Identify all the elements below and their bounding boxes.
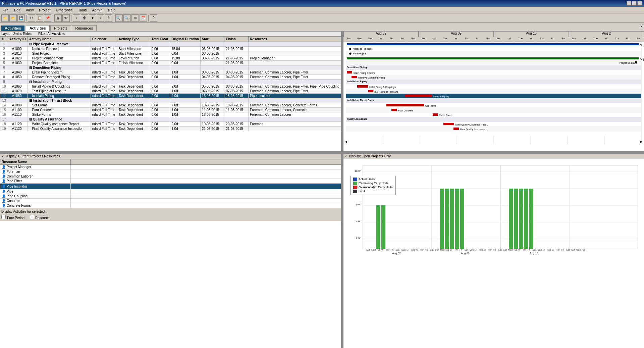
toolbar-filter[interactable]: ▼ <box>89 14 96 22</box>
toolbar-zoom-in[interactable]: 🔍+ <box>115 14 123 22</box>
tab-resources[interactable]: Resources <box>72 25 97 31</box>
toolbar-preview[interactable]: 👁 <box>62 14 70 22</box>
table-row[interactable]: 1 ⊟ Pipe Repair & Improve <box>0 42 341 47</box>
cell-cal <box>91 80 117 84</box>
col-header-float[interactable]: Total Float <box>150 37 170 42</box>
resource-checkbox[interactable] <box>30 215 34 219</box>
table-row[interactable]: 6 ⊟ Demolition Piping <box>0 65 341 70</box>
resource-list-item[interactable]: 👤 Project Manager <box>0 165 341 169</box>
resource-list-item[interactable]: 👤 Pipe <box>0 189 341 194</box>
cell-float <box>150 117 170 122</box>
cell-name: Set Forms <box>28 103 91 108</box>
svg-text:Insulate Piping: Insulate Piping <box>433 95 449 98</box>
cell-float: 0.0d <box>150 61 170 65</box>
toolbar-add[interactable]: + <box>73 14 80 22</box>
table-row[interactable]: 9 ⊟ Installation Piping <box>0 80 341 84</box>
col-header-cal[interactable]: Calendar <box>91 37 117 42</box>
cell-res <box>249 98 341 103</box>
resource-list-item[interactable]: 👤 Common Laborer <box>0 174 341 179</box>
menu-file[interactable]: File <box>1 8 10 12</box>
cell-id: A1040 <box>8 70 28 75</box>
close-btn[interactable]: × <box>637 1 642 6</box>
maximize-btn[interactable]: □ <box>632 1 637 6</box>
cell-num: 18 <box>0 122 8 127</box>
col-header-start[interactable]: Start <box>200 37 224 42</box>
col-header-type[interactable]: Activity Type <box>117 37 150 42</box>
menu-project[interactable]: Project <box>38 8 52 12</box>
col-header-id[interactable]: Activity ID <box>8 37 28 42</box>
table-row[interactable]: 17 ⊟ Quality Assurance <box>0 117 341 122</box>
table-row[interactable]: 5 A1030 Project Complete ndard Full Time… <box>0 61 341 65</box>
toolbar-new[interactable]: 📁 <box>1 14 9 22</box>
gantt-day-cell: Tue <box>590 37 601 42</box>
resource-list-item[interactable]: 👤 Concrete <box>0 199 341 203</box>
table-row[interactable]: 13 ⊟ Installation Thrust Block <box>0 98 341 103</box>
menu-enterprise[interactable]: Enterprise <box>55 8 74 12</box>
toolbar-copy[interactable]: 📋 <box>36 14 43 22</box>
toolbar-open[interactable]: 📂 <box>9 14 17 22</box>
table-row[interactable]: 14 A1090 Set Forms ndard Full Time Task … <box>0 103 341 108</box>
toolbar-help[interactable]: ? <box>150 14 157 22</box>
resource-list-item[interactable]: 👤 Pipe Insulator <box>0 184 341 189</box>
table-row[interactable]: 3 A1010 Start Project ndard Full Time St… <box>0 51 341 56</box>
cell-res <box>249 51 341 56</box>
toolbar-paste[interactable]: 📌 <box>44 14 51 22</box>
col-header-name[interactable]: Activity Name <box>28 37 91 42</box>
toolbar-hash[interactable]: # <box>105 14 112 22</box>
table-row[interactable]: 4 A1020 Project Management ndard Full Ti… <box>0 56 341 61</box>
table-row[interactable]: 8 A1050 Remove Damaged Piping ndard Full… <box>0 75 341 80</box>
toolbar-delete[interactable]: 🗑 <box>81 14 88 22</box>
resource-list-item[interactable]: 👤 Concrete Forms <box>0 203 341 208</box>
table-row[interactable]: 10 A1060 Install Piping & Couplings ndar… <box>0 84 341 89</box>
table-row[interactable]: 19 A1130 Final Quality Assurance Inspect… <box>0 127 341 131</box>
col-header-finish[interactable]: Finish <box>224 37 249 42</box>
table-row[interactable]: 2 A1000 Notice to Proceed ndard Full Tim… <box>0 47 341 51</box>
resource-list-item[interactable]: 👤 Pipe Coupling <box>0 194 341 199</box>
tab-projects[interactable]: Projects <box>50 25 71 31</box>
table-row[interactable]: 11 A1070 Test Piping at Pressure ndard F… <box>0 89 341 94</box>
col-header-dur[interactable]: Original Duration <box>170 37 201 42</box>
menu-edit[interactable]: Edit <box>13 8 22 12</box>
toolbar-cut[interactable]: ✂ <box>28 14 35 22</box>
menu-tools[interactable]: Tools <box>77 8 88 12</box>
resource-expand-icon[interactable]: ✓ <box>1 155 4 158</box>
resource-list-item[interactable]: 👤 Pipe Fitter <box>0 179 341 184</box>
cell-float: 0.0d <box>150 108 170 112</box>
cell-name: ⊟ Installation Piping <box>28 80 91 84</box>
toolbar-sep1 <box>26 15 26 21</box>
chart-expand-icon[interactable]: ✓ <box>345 155 347 158</box>
col-header-res[interactable]: Resources <box>249 37 341 42</box>
minimize-btn[interactable]: − <box>627 1 631 6</box>
cell-res <box>249 127 341 131</box>
table-row[interactable]: 12 A1080 Insulate Piping ndard Full Time… <box>0 94 341 98</box>
toolbar-sep2 <box>53 15 53 21</box>
table-row[interactable]: 7 A1040 Drain Piping System ndard Full T… <box>0 70 341 75</box>
panel-close-icon[interactable]: × <box>640 24 643 29</box>
toolbar-fit[interactable]: ⊞ <box>131 14 139 22</box>
toolbar-save[interactable]: 💾 <box>17 14 25 22</box>
table-row[interactable]: 15 A1100 Pour Concrete ndard Full Time T… <box>0 108 341 112</box>
toolbar-print[interactable]: 🖨 <box>54 14 62 22</box>
svg-text:Tue: Tue <box>513 249 517 251</box>
cell-cal <box>91 42 117 47</box>
resource-list-item[interactable]: 👤 Foreman <box>0 169 341 174</box>
menu-view[interactable]: View <box>24 8 35 12</box>
col-header-num[interactable]: # <box>0 37 8 42</box>
svg-rect-14 <box>346 70 641 75</box>
toolbar-columns[interactable]: ≡ <box>97 14 104 22</box>
cell-dur: 1.0d <box>170 108 201 112</box>
gantt-scroll-right[interactable]: ► <box>640 140 643 144</box>
menu-help[interactable]: Help <box>107 8 117 12</box>
toolbar-zoom-out[interactable]: 🔍- <box>123 14 131 22</box>
table-row[interactable]: 16 A1110 Strike Forms ndard Full Time Ta… <box>0 112 341 117</box>
toolbar-today[interactable]: 📅 <box>140 14 147 22</box>
svg-rect-55 <box>433 113 438 116</box>
menu-admin[interactable]: Admin <box>91 8 104 12</box>
tab-activities[interactable]: Activities <box>26 25 50 31</box>
resource-icon: 👤 <box>2 165 6 169</box>
table-row[interactable]: 18 A1120 Write Quality Assurance Report … <box>0 122 341 127</box>
time-period-checkbox[interactable] <box>1 215 6 219</box>
cell-start: 03-08-2015 <box>200 51 224 56</box>
resource-col-name[interactable]: Resource Name <box>0 159 71 165</box>
gantt-scroll-left[interactable]: ◄ <box>344 140 348 144</box>
